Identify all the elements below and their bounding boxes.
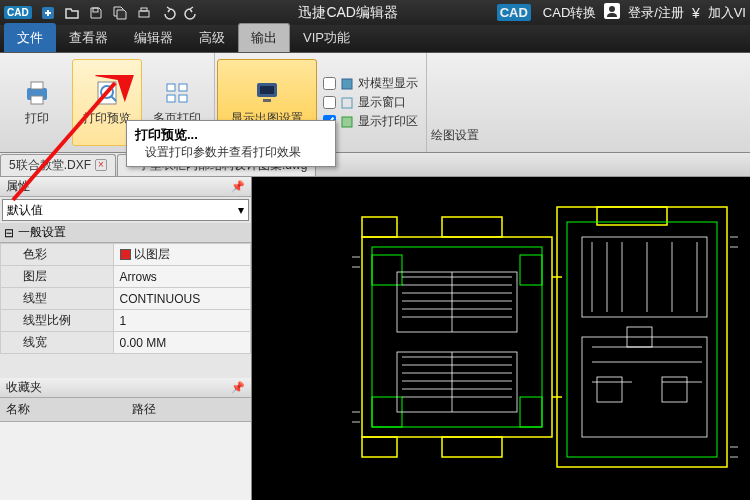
svg-rect-2: [139, 11, 149, 17]
cad-convert-badge: CAD: [497, 4, 531, 21]
panel-title-props: 属性📌: [0, 177, 251, 197]
print-label: 打印: [25, 110, 49, 127]
svg-rect-18: [342, 79, 352, 89]
svg-rect-27: [362, 437, 397, 457]
drawing-canvas[interactable]: [252, 177, 750, 500]
join-link[interactable]: 加入VI: [708, 4, 746, 22]
model-display-check[interactable]: 对模型显示: [323, 75, 418, 92]
svg-point-5: [609, 6, 615, 12]
tab-editor[interactable]: 编辑器: [121, 23, 186, 52]
monitor-icon: [251, 78, 283, 106]
svg-rect-38: [582, 337, 707, 437]
fav-columns: 名称 路径: [0, 398, 251, 422]
svg-rect-40: [662, 377, 687, 402]
titlebar: CAD 迅捷CAD编辑器 CAD CAD转换 登录/注册 ¥ 加入VI: [0, 0, 750, 25]
svg-rect-17: [263, 99, 271, 102]
svg-rect-26: [442, 217, 502, 237]
grid-icon: [161, 78, 193, 106]
tooltip-body: 设置打印参数并查看打印效果: [135, 144, 327, 161]
yen-icon: ¥: [692, 5, 700, 21]
undo-icon[interactable]: [158, 3, 178, 23]
svg-rect-34: [520, 397, 542, 427]
app-title: 迅捷CAD编辑器: [204, 4, 493, 22]
svg-rect-13: [167, 95, 175, 102]
col-path[interactable]: 路径: [126, 398, 252, 421]
svg-rect-29: [372, 247, 542, 427]
svg-rect-25: [362, 217, 397, 237]
svg-rect-12: [179, 84, 187, 91]
svg-rect-1: [93, 8, 98, 12]
tab-output[interactable]: 输出: [238, 23, 290, 52]
saveall-icon[interactable]: [110, 3, 130, 23]
pin-icon[interactable]: 📌: [231, 180, 245, 193]
login-link[interactable]: 登录/注册: [628, 4, 684, 22]
table-row: 图层Arrows: [1, 266, 251, 288]
tab-vip[interactable]: VIP功能: [290, 23, 363, 52]
svg-rect-39: [597, 377, 622, 402]
svg-rect-28: [442, 437, 502, 457]
open-icon[interactable]: [62, 3, 82, 23]
tab-viewer[interactable]: 查看器: [56, 23, 121, 52]
cad-drawing: [252, 177, 750, 500]
tab-file[interactable]: 文件: [4, 23, 56, 52]
print-button[interactable]: 打印: [2, 59, 72, 146]
svg-rect-32: [520, 255, 542, 285]
preview-icon: [91, 78, 123, 106]
svg-rect-37: [582, 237, 707, 317]
svg-rect-36: [397, 352, 517, 412]
menu-tabs: 文件 查看器 编辑器 高级 输出 VIP功能: [0, 25, 750, 53]
svg-rect-14: [179, 95, 187, 102]
chevron-down-icon: ▾: [238, 203, 244, 217]
collapse-icon: ⊟: [4, 226, 14, 240]
general-header[interactable]: ⊟一般设置: [0, 223, 251, 243]
svg-rect-35: [397, 272, 517, 332]
tooltip: 打印预览... 设置打印参数并查看打印效果: [126, 120, 336, 167]
properties-table: 色彩以图层 图层Arrows 线型CONTINUOUS 线型比例1 线宽0.00…: [0, 243, 251, 354]
table-row: 线型CONTINUOUS: [1, 288, 251, 310]
redo-icon[interactable]: [182, 3, 202, 23]
save-icon[interactable]: [86, 3, 106, 23]
printarea-check[interactable]: 显示打印区: [323, 113, 418, 130]
doc-tab-1[interactable]: 5联合教堂.DXF×: [0, 154, 116, 176]
svg-rect-22: [362, 237, 552, 437]
panel-title-fav: 收藏夹📌: [0, 378, 251, 398]
pin-icon[interactable]: 📌: [231, 381, 245, 394]
ribbon: 打印 打印预览 多页打印 显示出图设置 对模型显示 显示窗口 显示打印区 绘图设…: [0, 53, 750, 153]
cube-icon: [340, 77, 354, 91]
table-row: 线宽0.00 MM: [1, 332, 251, 354]
cad-convert-link[interactable]: CAD转换: [543, 4, 596, 22]
user-icon: [604, 3, 620, 22]
close-icon[interactable]: ×: [95, 159, 107, 171]
svg-rect-20: [342, 117, 352, 127]
svg-rect-3: [141, 8, 147, 11]
draw-settings-label: 绘图设置: [427, 53, 483, 152]
color-swatch: [120, 249, 131, 260]
tab-advanced[interactable]: 高级: [186, 23, 238, 52]
default-dropdown[interactable]: 默认值▾: [2, 199, 249, 221]
properties-panel: 属性📌 默认值▾ ⊟一般设置 色彩以图层 图层Arrows 线型CONTINUO…: [0, 177, 252, 500]
print-icon-small[interactable]: [134, 3, 154, 23]
fav-list: [0, 422, 251, 500]
svg-rect-8: [31, 96, 43, 104]
app-badge: CAD: [4, 6, 32, 19]
area-icon: [340, 115, 354, 129]
svg-rect-11: [167, 84, 175, 91]
svg-rect-7: [31, 82, 43, 89]
window-display-check[interactable]: 显示窗口: [323, 94, 418, 111]
col-name[interactable]: 名称: [0, 398, 126, 421]
new-icon[interactable]: [38, 3, 58, 23]
svg-rect-31: [372, 255, 402, 285]
printer-icon: [21, 78, 53, 106]
svg-rect-30: [567, 222, 717, 457]
table-row: 线型比例1: [1, 310, 251, 332]
svg-rect-16: [260, 86, 274, 94]
preview-label: 打印预览: [83, 110, 131, 127]
svg-rect-19: [342, 98, 352, 108]
document-tabs: 5联合教堂.DXF× 一字型衣柜内部结构设计图集.dwg: [0, 153, 750, 177]
window-icon: [340, 96, 354, 110]
table-row: 色彩以图层: [1, 244, 251, 266]
tooltip-title: 打印预览...: [135, 126, 327, 144]
